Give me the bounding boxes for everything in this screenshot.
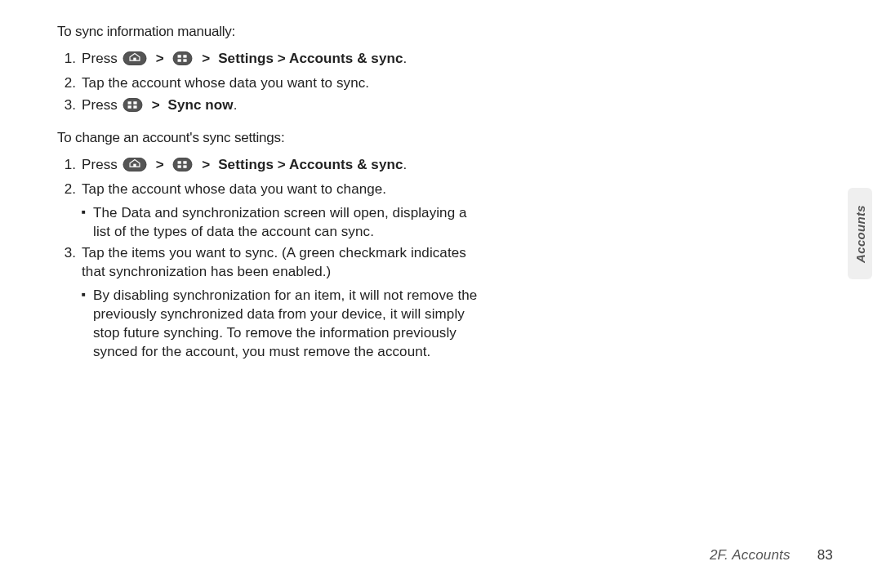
gt-icon: > bbox=[156, 50, 164, 69]
nav-path: Settings > Accounts & sync bbox=[218, 157, 403, 172]
press-label: Press bbox=[82, 97, 118, 113]
gt-icon: > bbox=[202, 50, 210, 69]
menu-key-icon bbox=[122, 98, 143, 118]
press-label: Press bbox=[82, 157, 118, 172]
nav-path: Settings > Accounts & sync bbox=[218, 51, 403, 66]
menu-key-icon bbox=[172, 158, 193, 177]
step-3: Press > Sync now. bbox=[80, 96, 482, 118]
step-2-text: Tap the account whose data you want to c… bbox=[82, 181, 386, 197]
heading-change-settings: To change an account's sync settings: bbox=[57, 129, 482, 148]
footer-page-number: 83 bbox=[817, 547, 833, 563]
home-key-icon bbox=[122, 158, 147, 177]
step-2: Tap the account whose data you want to c… bbox=[80, 180, 482, 242]
step-2-notes: The Data and synchronization screen will… bbox=[82, 204, 482, 242]
step-1: Press > > Settings > Accounts & sync. bbox=[80, 156, 482, 177]
step-3-notes: By disabling synchronization for an item… bbox=[82, 287, 482, 362]
note: By disabling synchronization for an item… bbox=[82, 287, 482, 362]
footer-section: 2F. Accounts bbox=[710, 547, 791, 563]
step-1: Press > > Settings > Accounts & sync. bbox=[80, 50, 482, 71]
steps-change-settings: Press > > Settings > Accounts & sync. Ta… bbox=[57, 156, 482, 362]
section-tab-label: Accounts bbox=[853, 205, 867, 263]
section-tab: Accounts bbox=[848, 188, 872, 279]
body-text: To sync information manually: Press > > … bbox=[57, 23, 482, 362]
page-footer: 2F. Accounts 83 bbox=[710, 547, 833, 564]
heading-sync-manual: To sync information manually: bbox=[57, 23, 482, 42]
steps-sync-manual: Press > > Settings > Accounts & sync. Ta… bbox=[57, 50, 482, 118]
home-key-icon bbox=[122, 51, 147, 71]
gt-icon: > bbox=[156, 156, 164, 175]
menu-key-icon bbox=[172, 51, 193, 71]
gt-icon: > bbox=[202, 156, 210, 175]
step-3: Tap the items you want to sync. (A green… bbox=[80, 244, 482, 362]
step-2: Tap the account whose data you want to s… bbox=[80, 74, 482, 93]
gt-icon: > bbox=[152, 96, 160, 115]
note: The Data and synchronization screen will… bbox=[82, 204, 482, 242]
step-3-text: Tap the items you want to sync. (A green… bbox=[82, 245, 466, 279]
press-label: Press bbox=[82, 51, 118, 66]
manual-page: To sync information manually: Press > > … bbox=[0, 0, 882, 588]
sync-now-label: Sync now bbox=[167, 97, 233, 113]
